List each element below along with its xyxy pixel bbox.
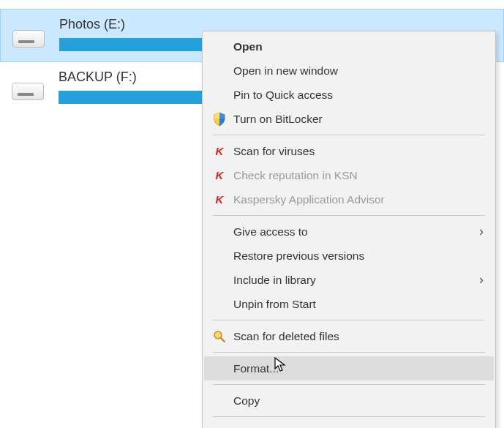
drive-label: Photos (E:) <box>59 17 492 32</box>
chevron-right-icon: › <box>479 272 484 288</box>
menu-scan-viruses[interactable]: K Scan for viruses <box>204 139 494 163</box>
menu-check-ksn: K Check reputation in KSN <box>204 163 494 187</box>
menu-separator <box>213 352 485 353</box>
menu-label: Kaspersky Application Advisor <box>233 193 484 206</box>
shield-icon <box>211 111 227 127</box>
menu-open-new-window[interactable]: Open in new window <box>204 59 494 83</box>
menu-label: Give access to <box>233 225 472 239</box>
menu-label: Include in library <box>233 274 472 287</box>
menu-unpin-start[interactable]: Unpin from Start <box>204 292 494 316</box>
menu-format[interactable]: Format... <box>204 356 494 380</box>
menu-separator <box>213 416 485 417</box>
menu-bitlocker[interactable]: Turn on BitLocker <box>204 107 494 131</box>
menu-give-access[interactable]: Give access to › <box>204 219 494 244</box>
menu-create-shortcut[interactable]: Create shortcut <box>204 421 494 428</box>
svg-line-1 <box>221 338 225 342</box>
menu-label: Open <box>233 40 484 53</box>
menu-kaspersky-advisor: K Kaspersky Application Advisor <box>204 187 494 211</box>
menu-label: Open in new window <box>233 64 484 78</box>
menu-label: Format... <box>233 362 484 375</box>
drive-icon <box>12 30 43 50</box>
kaspersky-k-icon: K <box>211 192 227 208</box>
menu-separator <box>213 135 485 135</box>
menu-label: Unpin from Start <box>233 298 484 311</box>
menu-open[interactable]: Open <box>204 34 494 59</box>
menu-label: Restore previous versions <box>233 249 484 263</box>
menu-include-library[interactable]: Include in library › <box>204 268 494 292</box>
chevron-right-icon: › <box>479 224 484 239</box>
kaspersky-k-icon: K <box>211 143 227 159</box>
menu-label: Check reputation in KSN <box>233 169 484 182</box>
kaspersky-k-icon: K <box>211 168 227 184</box>
drive-icon <box>12 83 42 103</box>
menu-separator <box>213 384 485 385</box>
menu-separator <box>213 320 485 320</box>
menu-copy[interactable]: Copy <box>204 388 494 413</box>
menu-scan-deleted[interactable]: Scan for deleted files <box>204 324 494 348</box>
menu-pin-quick-access[interactable]: Pin to Quick access <box>204 83 494 107</box>
menu-label: Copy <box>233 394 484 408</box>
menu-label: Scan for deleted files <box>233 330 484 343</box>
menu-label: Turn on BitLocker <box>233 113 484 126</box>
context-menu: Open Open in new window Pin to Quick acc… <box>202 31 496 428</box>
magnifier-icon <box>211 328 227 345</box>
menu-restore-versions[interactable]: Restore previous versions <box>204 244 494 268</box>
menu-separator <box>213 215 485 216</box>
menu-label: Scan for viruses <box>233 145 484 158</box>
menu-label: Pin to Quick access <box>233 89 484 102</box>
